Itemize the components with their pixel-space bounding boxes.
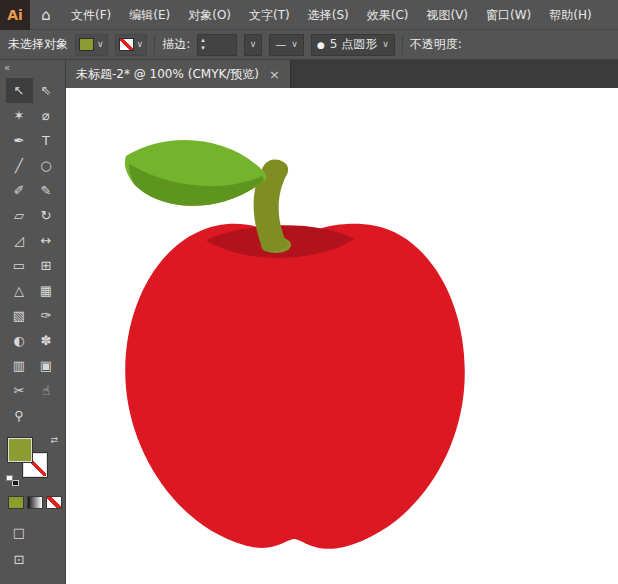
menu-effect[interactable]: 效果(C) [358, 0, 418, 30]
control-bar: 未选择对象 ∨ ∨ 描边: ▴ ▾ ∨ — ∨ ● 5 点圆形 [0, 30, 618, 60]
stroke-weight-label: 描边: [162, 36, 190, 53]
menu-help[interactable]: 帮助(H) [540, 0, 600, 30]
apple-body[interactable] [125, 224, 465, 549]
menu-view[interactable]: 视图(V) [417, 0, 477, 30]
canvas[interactable] [66, 88, 618, 584]
width-tool[interactable]: ↔ [33, 228, 60, 253]
fill-swatch[interactable] [8, 438, 32, 462]
stepper-down-icon[interactable]: ▾ [201, 45, 205, 53]
scale-tool[interactable]: ◿ [6, 228, 33, 253]
width-profile-preview: — [275, 38, 286, 51]
color-fill-button[interactable] [8, 496, 24, 509]
draw-mode-icon[interactable]: □ [10, 525, 28, 540]
menubar-items: 文件(F)编辑(E)对象(O)文字(T)选择(S)效果(C)视图(V)窗口(W)… [62, 0, 601, 30]
paintbrush-tool[interactable]: ✐ [6, 178, 33, 203]
stroke-color-dropdown[interactable]: ∨ [115, 34, 148, 56]
blend-tool[interactable]: ◐ [6, 328, 33, 353]
brush-definition-dropdown[interactable]: ● 5 点圆形 ∨ [311, 34, 395, 56]
rotate-tool[interactable]: ↻ [33, 203, 60, 228]
type-tool[interactable]: T [33, 128, 60, 153]
document-tab-title: 未标题-2* @ 100% (CMYK/预览) [76, 66, 259, 83]
chevron-down-icon: ∨ [382, 40, 389, 49]
pencil-tool[interactable]: ✎ [33, 178, 60, 203]
workspace: « ↖⇖✶⌀✒T╱○✐✎▱↻◿↔▭⊞△▦▧✑◐✽▥▣✂☝⚲ ⇄ □ ⊡ [0, 60, 618, 584]
default-fill-chip [6, 475, 13, 481]
shape-builder-tool[interactable]: ⊞ [33, 253, 60, 278]
mode-icons: □ ⊡ [10, 525, 65, 567]
separator [154, 35, 155, 55]
eyedropper-tool[interactable]: ✑ [33, 303, 60, 328]
menu-file[interactable]: 文件(F) [62, 0, 120, 30]
hand-tool[interactable]: ☝ [33, 378, 60, 403]
artboard-tool[interactable]: ▣ [33, 353, 60, 378]
menubar: Ai ⌂ 文件(F)编辑(E)对象(O)文字(T)选择(S)效果(C)视图(V)… [0, 0, 618, 30]
opacity-label: 不透明度: [410, 36, 462, 53]
chevron-down-icon: ∨ [250, 40, 257, 49]
stepper-arrows-icon[interactable]: ▴ ▾ [198, 37, 208, 52]
symbol-sprayer-tool[interactable]: ✽ [33, 328, 60, 353]
menu-edit[interactable]: 编辑(E) [120, 0, 179, 30]
selection-tool[interactable]: ↖ [6, 78, 33, 103]
chevron-down-icon: ∨ [291, 40, 298, 49]
fill-type-buttons [8, 496, 65, 509]
lasso-tool[interactable]: ⌀ [33, 103, 60, 128]
magic-wand-tool[interactable]: ✶ [6, 103, 33, 128]
free-transform-tool[interactable]: ▭ [6, 253, 33, 278]
apple-artwork [66, 88, 618, 584]
fill-color-swatch [79, 38, 94, 51]
chevron-down-icon: ∨ [97, 40, 104, 49]
slice-tool[interactable]: ✂ [6, 378, 33, 403]
illustrator-window: Ai ⌂ 文件(F)编辑(E)对象(O)文字(T)选择(S)效果(C)视图(V)… [0, 0, 618, 584]
perspective-grid-tool[interactable]: △ [6, 278, 33, 303]
none-fill-button[interactable] [46, 496, 62, 509]
selection-status: 未选择对象 [8, 36, 68, 53]
chevron-down-icon: ∨ [137, 40, 144, 49]
gradient-fill-button[interactable] [27, 496, 43, 509]
stroke-weight-dropdown[interactable]: ∨ [244, 34, 263, 56]
menu-window[interactable]: 窗口(W) [477, 0, 540, 30]
stroke-none-swatch [119, 38, 134, 51]
fill-color-dropdown[interactable]: ∨ [75, 34, 108, 56]
stroke-weight-stepper[interactable]: ▴ ▾ [197, 34, 237, 56]
gradient-tool[interactable]: ▧ [6, 303, 33, 328]
document-area: 未标题-2* @ 100% (CMYK/预览) × [66, 60, 618, 584]
collapse-panel-button[interactable]: « [0, 60, 65, 76]
tab-close-icon[interactable]: × [269, 67, 280, 82]
swap-fill-stroke-icon[interactable]: ⇄ [50, 435, 58, 445]
eraser-tool[interactable]: ▱ [6, 203, 33, 228]
line-segment-tool[interactable]: ╱ [6, 153, 33, 178]
pen-tool[interactable]: ✒ [6, 128, 33, 153]
tab-bar: 未标题-2* @ 100% (CMYK/预览) × [66, 60, 618, 88]
app-logo[interactable]: Ai [0, 0, 30, 30]
stroke-weight-value[interactable] [208, 35, 236, 55]
default-fill-stroke-icon[interactable] [6, 475, 19, 486]
tools-panel: « ↖⇖✶⌀✒T╱○✐✎▱↻◿↔▭⊞△▦▧✑◐✽▥▣✂☝⚲ ⇄ □ ⊡ [0, 60, 66, 584]
direct-selection-tool[interactable]: ⇖ [33, 78, 60, 103]
width-profile-dropdown[interactable]: — ∨ [269, 34, 304, 56]
menu-object[interactable]: 对象(O) [179, 0, 240, 30]
tool-grid: ↖⇖✶⌀✒T╱○✐✎▱↻◿↔▭⊞△▦▧✑◐✽▥▣✂☝⚲ [0, 78, 65, 428]
menu-select[interactable]: 选择(S) [299, 0, 358, 30]
brush-label: 5 点圆形 [330, 36, 377, 53]
document-tab[interactable]: 未标题-2* @ 100% (CMYK/预览) × [66, 60, 291, 88]
fill-stroke-indicator: ⇄ [8, 438, 54, 482]
separator [402, 35, 403, 55]
zoom-tool[interactable]: ⚲ [6, 403, 33, 428]
menu-type[interactable]: 文字(T) [240, 0, 299, 30]
home-icon[interactable]: ⌂ [30, 6, 62, 24]
column-graph-tool[interactable]: ▥ [6, 353, 33, 378]
brush-preview-dot: ● [317, 40, 325, 50]
screen-mode-icon[interactable]: ⊡ [10, 552, 28, 567]
default-stroke-chip [12, 480, 19, 486]
ellipse-tool[interactable]: ○ [33, 153, 60, 178]
mesh-tool[interactable]: ▦ [33, 278, 60, 303]
